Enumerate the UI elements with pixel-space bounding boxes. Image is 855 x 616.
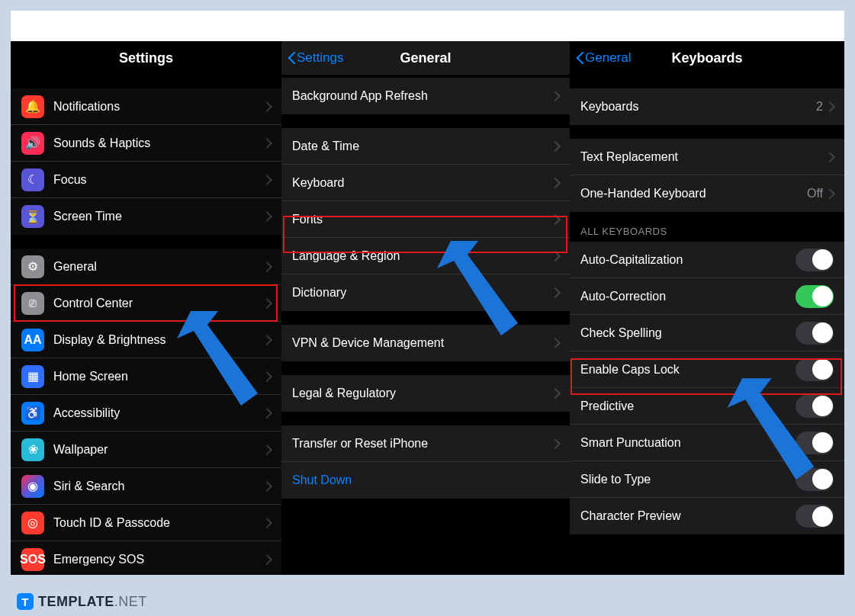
row-keyboards[interactable]: Keyboards2 xyxy=(570,88,844,125)
row-label: Shut Down xyxy=(292,473,559,487)
toggle-slide-to-type[interactable] xyxy=(796,468,834,491)
row-label: Emergency SOS xyxy=(53,553,265,566)
row-label: Fonts xyxy=(292,213,553,226)
chevron-right-icon xyxy=(553,338,559,348)
row-text-replacement[interactable]: Text Replacement xyxy=(570,139,844,175)
row-label: Siri & Search xyxy=(53,480,265,493)
row-fonts[interactable]: Fonts xyxy=(281,201,570,238)
siri-icon: ◉ xyxy=(21,475,44,498)
row-label: Accessibility xyxy=(53,406,265,420)
row-character-preview[interactable]: Character Preview xyxy=(570,498,844,534)
row-label: Home Screen xyxy=(53,370,265,383)
toggle-knob xyxy=(812,322,833,343)
row-predictive[interactable]: Predictive xyxy=(570,388,844,425)
row-value: 2 xyxy=(816,100,823,114)
chevron-right-icon xyxy=(265,335,271,345)
row-label: Auto-Capitalization xyxy=(580,253,796,267)
SOS-icon: SOS xyxy=(21,548,44,571)
tutorial-frame: Settings 🔔Notifications🔊Sounds & Haptics… xyxy=(11,11,844,575)
row-control-center[interactable]: ⎚Control Center xyxy=(11,285,281,322)
row-sounds-haptics[interactable]: 🔊Sounds & Haptics xyxy=(11,125,281,162)
row-wallpaper[interactable]: ❀Wallpaper xyxy=(11,432,281,468)
row-label: Predictive xyxy=(580,399,796,413)
toggle-knob xyxy=(812,432,833,453)
toggle-auto-capitalization[interactable] xyxy=(796,249,834,271)
row-label: Language & Region xyxy=(292,249,553,263)
row-screen-time[interactable]: ⏳Screen Time xyxy=(11,198,281,235)
row-label: Transfer or Reset iPhone xyxy=(292,437,553,451)
back-label: Settings xyxy=(297,50,343,66)
back-to-general[interactable]: General xyxy=(576,50,631,66)
panel3-title: Keyboards xyxy=(671,50,742,66)
row-label: Control Center xyxy=(53,297,265,310)
chevron-right-icon xyxy=(265,211,271,222)
row-general[interactable]: ⚙General xyxy=(11,249,281,285)
chevron-right-icon xyxy=(553,388,559,399)
general-panel: Settings General Background App Refresh … xyxy=(281,41,570,575)
row-emergency-sos[interactable]: SOSEmergency SOS xyxy=(11,541,281,575)
toggle-character-preview[interactable] xyxy=(796,505,834,528)
row-label: Touch ID & Passcode xyxy=(53,516,265,530)
row-dictionary[interactable]: Dictionary xyxy=(281,274,570,311)
row-accessibility[interactable]: ♿Accessibility xyxy=(11,395,281,432)
row-label: Keyboards xyxy=(580,100,816,114)
row-auto-capitalization[interactable]: Auto-Capitalization xyxy=(570,242,844,278)
row-display-brightness[interactable]: AADisplay & Brightness xyxy=(11,322,281,358)
panel1-header: Settings xyxy=(11,41,281,75)
row-label: Focus xyxy=(53,173,265,187)
toggle-smart-punctuation[interactable] xyxy=(796,432,834,454)
row-legal-regulatory[interactable]: Legal & Regulatory xyxy=(281,375,570,412)
row-auto-correction[interactable]: Auto-Correction xyxy=(570,278,844,315)
row-background-app-refresh[interactable]: Background App Refresh xyxy=(281,78,570,114)
row-siri-search[interactable]: ◉Siri & Search xyxy=(11,468,281,505)
row-label: Smart Punctuation xyxy=(580,436,796,450)
row-label: Check Spelling xyxy=(580,326,796,340)
back-to-settings[interactable]: Settings xyxy=(288,50,343,66)
chevron-right-icon xyxy=(828,188,834,199)
row-vpn-device-management[interactable]: VPN & Device Management xyxy=(281,325,570,361)
toggle-knob xyxy=(812,469,833,489)
row-transfer-or-reset-iphone[interactable]: Transfer or Reset iPhone xyxy=(281,425,570,462)
row-label: Background App Refresh xyxy=(292,89,553,103)
row-language-region[interactable]: Language & Region xyxy=(281,238,570,274)
row-date-time[interactable]: Date & Time xyxy=(281,128,570,165)
row-home-screen[interactable]: ▦Home Screen xyxy=(11,358,281,395)
row-enable-caps-lock[interactable]: Enable Caps Lock xyxy=(570,351,844,388)
bell-icon: 🔔 xyxy=(21,95,44,118)
chevron-right-icon xyxy=(553,214,559,225)
row-label: Date & Time xyxy=(292,140,553,153)
chevron-right-icon xyxy=(553,438,559,449)
hourglass-icon: ⏳ xyxy=(21,205,44,228)
row-slide-to-type[interactable]: Slide to Type xyxy=(570,461,844,498)
row-touch-id-passcode[interactable]: ◎Touch ID & Passcode xyxy=(11,505,281,541)
row-keyboard[interactable]: Keyboard xyxy=(281,165,570,201)
row-smart-punctuation[interactable]: Smart Punctuation xyxy=(570,425,844,461)
row-focus[interactable]: ☾Focus xyxy=(11,162,281,198)
panel1-title: Settings xyxy=(119,50,173,66)
row-notifications[interactable]: 🔔Notifications xyxy=(11,88,281,125)
toggle-knob xyxy=(812,249,833,270)
row-label: Notifications xyxy=(53,100,265,114)
row-label: Dictionary xyxy=(292,286,553,300)
toggle-knob xyxy=(812,359,833,380)
toggle-check-spelling[interactable] xyxy=(796,322,834,345)
panel3-header: General Keyboards xyxy=(570,41,844,75)
row-check-spelling[interactable]: Check Spelling xyxy=(570,315,844,351)
chevron-left-icon xyxy=(288,51,295,65)
footer-brand: T TEMPLATE.NET xyxy=(17,593,147,610)
row-shut-down[interactable]: Shut Down xyxy=(281,462,570,499)
section-all-keyboards: ALL KEYBOARDS xyxy=(570,212,844,242)
gear-icon: ⚙ xyxy=(21,255,44,278)
toggle-predictive[interactable] xyxy=(796,395,834,418)
row-label: One-Handed Keyboard xyxy=(580,187,807,201)
chevron-left-icon xyxy=(576,51,583,65)
toggle-enable-caps-lock[interactable] xyxy=(796,358,834,381)
row-one-handed-keyboard[interactable]: One-Handed KeyboardOff xyxy=(570,175,844,212)
toggle-knob xyxy=(812,286,833,306)
toggle-knob xyxy=(812,506,833,527)
row-label: Auto-Correction xyxy=(580,290,796,303)
settings-panel: Settings 🔔Notifications🔊Sounds & Haptics… xyxy=(11,41,281,575)
chevron-right-icon xyxy=(265,175,271,185)
toggle-auto-correction[interactable] xyxy=(796,285,834,308)
chevron-right-icon xyxy=(553,251,559,261)
